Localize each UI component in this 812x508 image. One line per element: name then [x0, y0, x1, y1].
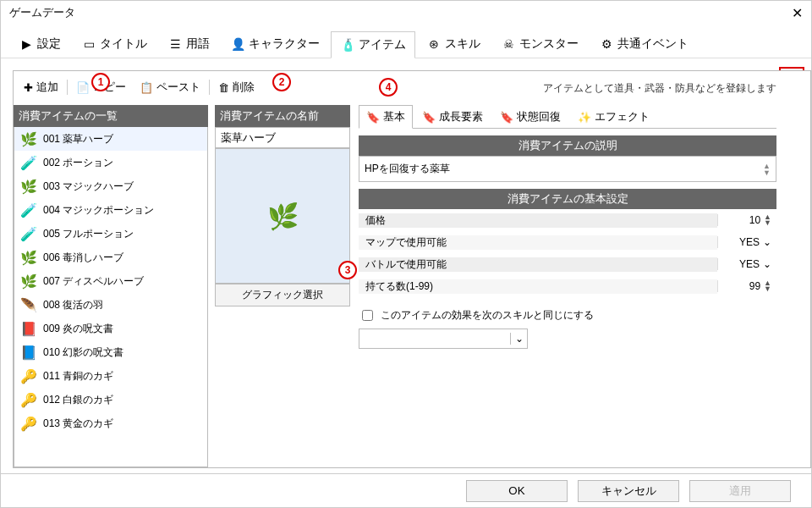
person-icon: 👤 [230, 36, 245, 52]
bottle-icon: 🧴 [340, 37, 355, 52]
prop-price: 価格 10▲▼ [359, 209, 776, 231]
desc-header: 消費アイテムの説明 [359, 135, 776, 156]
tab-settings[interactable]: ▶設定 [9, 30, 70, 58]
hold-count-input[interactable]: 99▲▼ [717, 280, 776, 292]
tab-title[interactable]: ▭タイトル [72, 30, 156, 58]
window-title: ゲームデータ [9, 5, 75, 20]
item-label: 012 白銀のカギ [43, 393, 113, 407]
chevron-down-icon: ⌄ [763, 258, 771, 270]
settings-header: 消費アイテムの基本設定 [359, 189, 776, 209]
item-label: 005 フルポーション [43, 227, 134, 241]
item-icon: 🔑 [19, 414, 38, 433]
list-item[interactable]: 🧪005 フルポーション [14, 222, 207, 246]
name-graphic-column: 消費アイテムの名前 🌿 グラフィック選択 [215, 105, 350, 467]
map-usable-select[interactable]: YES⌄ [717, 236, 776, 248]
bookmark-icon: 🔖 [422, 111, 436, 124]
property-table: 価格 10▲▼ マップで使用可能 YES⌄ バトルで使用可能 YES⌄ 持て [359, 209, 776, 297]
list-icon: ☰ [167, 36, 183, 52]
tab-terms[interactable]: ☰用語 [158, 30, 219, 58]
battle-usable-select[interactable]: YES⌄ [717, 258, 776, 270]
tab-character[interactable]: 👤キャラクター [221, 30, 329, 58]
item-icon: 🧪 [19, 224, 38, 243]
item-icon: 🪶 [19, 295, 38, 314]
list-header: 消費アイテムの一覧 [14, 105, 208, 127]
subtab-basic[interactable]: 🔖基本 [359, 105, 413, 129]
subtab-effect[interactable]: ✨エフェクト [570, 105, 657, 128]
bookmark-icon: 🔖 [366, 111, 380, 124]
skill-link-row: このアイテムの効果を次のスキルと同じにする [359, 307, 776, 323]
item-icon: 🧪 [19, 153, 38, 172]
copy-icon: 📄 [76, 81, 90, 94]
trash-icon: 🗑 [218, 81, 229, 94]
item-icon: 📘 [19, 343, 38, 362]
item-icon: 🌿 [19, 177, 38, 196]
item-label: 004 マジックポーション [43, 203, 154, 218]
paste-button[interactable]: 📋ペースト [134, 78, 206, 97]
graphic-select-button[interactable]: グラフィック選択 [215, 284, 350, 306]
item-icon: 🔑 [19, 390, 38, 409]
main-column: 🔖基本 🔖成長要素 🔖状態回復 ✨エフェクト 消費アイテムの説明 HPを回復する… [359, 105, 810, 467]
skill-link-checkbox[interactable] [362, 310, 373, 321]
description-input[interactable]: HPを回復する薬草 ▲▼ [359, 156, 776, 182]
item-label: 008 復活の羽 [43, 298, 103, 312]
item-label: 001 薬草ハーブ [43, 132, 113, 146]
sparkle-icon: ✨ [578, 111, 591, 124]
subtab-status[interactable]: 🔖状態回復 [492, 105, 568, 128]
spinner-icon[interactable]: ▲▼ [764, 214, 771, 226]
tab-item[interactable]: 🧴アイテム [331, 31, 415, 58]
list-item[interactable]: 🔑013 黄金のカギ [14, 411, 207, 435]
list-item[interactable]: 🔑011 青銅のカギ [14, 364, 207, 388]
list-item[interactable]: 🧪002 ポーション [14, 151, 207, 174]
tab-monster[interactable]: ☠モンスター [491, 30, 588, 58]
item-list-column: 消費アイテムの一覧 🌿001 薬草ハーブ🧪002 ポーション🌿003 マジックハ… [14, 105, 208, 467]
name-header: 消費アイテムの名前 [215, 105, 350, 127]
spinner-icon[interactable]: ▲▼ [764, 280, 771, 292]
item-label: 006 毒消しハーブ [43, 251, 123, 265]
list-item[interactable]: 🌿006 毒消しハーブ [14, 246, 207, 269]
prop-map-usable: マップで使用可能 YES⌄ [359, 231, 776, 253]
list-item[interactable]: 🪶008 復活の羽 [14, 293, 207, 317]
list-item[interactable]: 🌿007 ディスペルハーブ [14, 269, 207, 293]
ok-button[interactable]: OK [466, 480, 568, 502]
paste-icon: 📋 [140, 81, 153, 94]
tab-common-event[interactable]: ⚙共通イベント [590, 30, 698, 58]
title-bar: ゲームデータ ✕ [1, 1, 811, 25]
content-inner: ✚追加 📄コピー 📋ペースト 🗑削除 アイテムとして道具・武器・防具などを登録し… [13, 70, 811, 468]
item-icon: 🌿 [19, 248, 38, 267]
callout-2: 2 [272, 73, 291, 91]
chevron-down-icon: ⌄ [763, 236, 771, 248]
delete-button[interactable]: 🗑削除 [213, 78, 260, 97]
chevron-down-icon: ⌄ [510, 333, 527, 345]
skill-select[interactable]: ⌄ [359, 329, 528, 349]
callout-1: 1 [91, 73, 110, 91]
name-input[interactable] [215, 127, 350, 148]
list-item[interactable]: 📘010 幻影の呪文書 [14, 340, 207, 364]
price-input[interactable]: 10▲▼ [717, 214, 776, 226]
list-item[interactable]: 📕009 炎の呪文書 [14, 317, 207, 340]
item-icon: 🔑 [19, 367, 38, 385]
callout-3: 3 [338, 261, 357, 279]
item-label: 009 炎の呪文書 [43, 322, 113, 336]
title-icon: ▭ [81, 36, 96, 52]
window-root: ゲームデータ ✕ ▶設定 ▭タイトル ☰用語 👤キャラクター 🧴アイテム ⊛スキ… [0, 0, 812, 508]
list-item[interactable]: 🌿001 薬草ハーブ [14, 127, 207, 151]
scroll-icon[interactable]: ▲▼ [763, 163, 771, 176]
close-icon[interactable]: ✕ [792, 5, 803, 21]
list-item[interactable]: 🔑012 白銀のカギ [14, 388, 207, 411]
item-icon: 🌿 [19, 272, 38, 290]
item-label: 003 マジックハーブ [43, 179, 134, 194]
flag-icon: ▶ [19, 36, 34, 52]
graphic-preview[interactable]: 🌿 [215, 148, 350, 284]
tab-skill[interactable]: ⊛スキル [417, 30, 490, 58]
cancel-button[interactable]: キャンセル [578, 480, 679, 502]
add-button[interactable]: ✚追加 [19, 78, 63, 97]
list-item[interactable]: 🌿003 マジックハーブ [14, 174, 207, 198]
item-label: 013 黄金のカギ [43, 417, 113, 431]
list-item[interactable]: 🧪004 マジックポーション [14, 198, 207, 222]
subtab-growth[interactable]: 🔖成長要素 [414, 105, 491, 128]
skill-link-label: このアイテムの効果を次のスキルと同じにする [381, 308, 594, 323]
prop-hold-count: 持てる数(1-99) 99▲▼ [359, 275, 776, 297]
item-list[interactable]: 🌿001 薬草ハーブ🧪002 ポーション🌿003 マジックハーブ🧪004 マジッ… [14, 127, 208, 467]
content-area: 消費アイテム 武器 防具 ✚追加 📄コピー 📋ペースト 🗑削除 アイテムとして道… [1, 58, 811, 473]
sub-tabs: 🔖基本 🔖成長要素 🔖状態回復 ✨エフェクト [359, 105, 776, 129]
